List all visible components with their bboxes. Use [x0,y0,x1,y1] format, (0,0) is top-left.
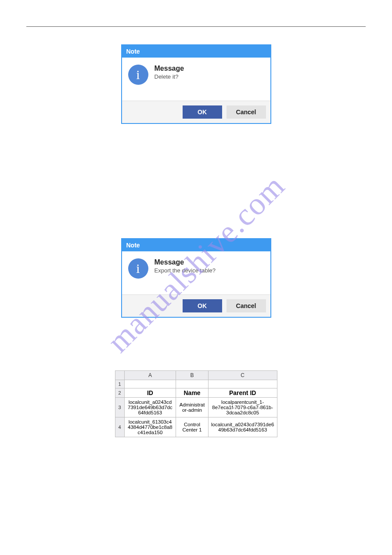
col-title-parent[interactable]: Parent ID [208,388,277,398]
cell-parent[interactable]: localcunit_a0243cd7391de649b63d7dc64fdd5… [208,417,277,437]
row-header[interactable]: 2 [115,388,124,398]
col-title-id[interactable]: ID [124,388,176,398]
dialog-title: Note [122,45,270,58]
dialog-footer: OK Cancel [122,101,270,123]
cell-name[interactable]: Administrator-admin [176,398,209,417]
column-header-row: A B C [115,371,277,380]
horizontal-rule [26,26,366,27]
empty-cell[interactable] [124,380,176,388]
cell-name[interactable]: Control Center 1 [176,417,209,437]
col-header-b[interactable]: B [176,371,209,380]
empty-cell[interactable] [208,380,277,388]
document-page: manualshive.com Note i Message Delete it… [0,0,392,437]
col-header-c[interactable]: C [208,371,277,380]
table-row: 4 localcunit_61303c44384d4770be1c8a8c41e… [115,417,277,437]
col-title-name[interactable]: Name [176,388,209,398]
table-row: 1 [115,380,277,388]
col-header-a[interactable]: A [124,371,176,380]
message-text: Export the device table? [155,267,216,274]
spacer [0,318,392,370]
dialog-body: i Message Delete it? [122,58,270,101]
cell-id[interactable]: localcunit_61303c44384d4770be1c8a8c41eda… [124,417,176,437]
cell-parent[interactable]: localparentcunit_1-8e7eca1f-7079-c6a7-86… [208,398,277,417]
cell-id[interactable]: localcunit_a0243cd7391de649b63d7dc64fdd5… [124,398,176,417]
table-row: 3 localcunit_a0243cd7391de649b63d7dc64fd… [115,398,277,417]
empty-cell[interactable] [176,380,209,388]
message-heading: Message [155,258,216,266]
info-icon: i [128,258,148,279]
info-icon: i [128,65,148,85]
corner-cell [115,371,124,380]
cancel-button[interactable]: Cancel [227,105,266,119]
dialog-title: Note [122,239,270,251]
note-dialog-delete: Note i Message Delete it? OK Cancel [121,44,271,124]
dialog-footer: OK Cancel [122,294,270,317]
message-text: Delete it? [155,73,184,80]
spacer [0,124,392,238]
ok-button[interactable]: OK [183,299,222,312]
cancel-button[interactable]: Cancel [227,299,266,312]
message-heading: Message [155,65,184,73]
row-header[interactable]: 3 [115,398,124,417]
row-header[interactable]: 4 [115,417,124,437]
table-row: 2 ID Name Parent ID [115,388,277,398]
spreadsheet-table: A B C 1 2 ID Name Parent ID 3 localcunit… [115,370,277,437]
row-header[interactable]: 1 [115,380,124,388]
message-block: Message Delete it? [155,65,184,80]
dialog-body: i Message Export the device table? [122,251,270,294]
note-dialog-export: Note i Message Export the device table? … [121,238,271,318]
ok-button[interactable]: OK [183,105,222,119]
message-block: Message Export the device table? [155,258,216,274]
